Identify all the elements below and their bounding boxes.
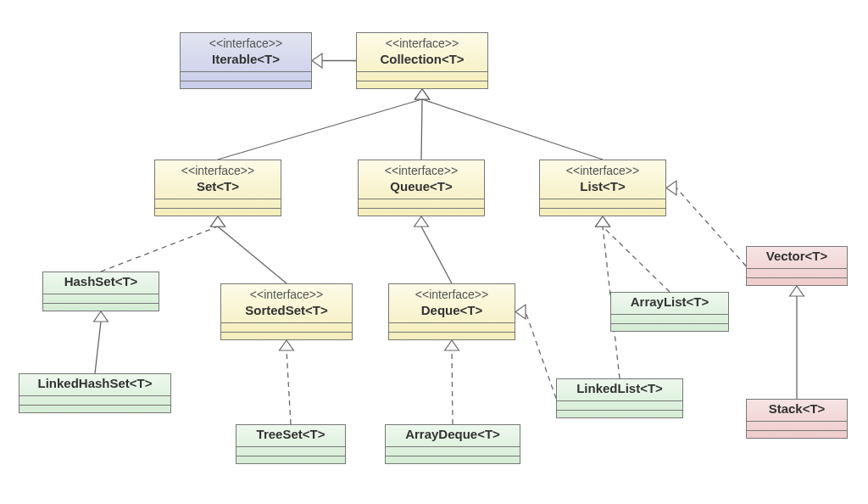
node-name: LinkedList<T> bbox=[557, 379, 682, 400]
compartment-separator bbox=[221, 332, 352, 339]
compartment-separator bbox=[236, 446, 345, 456]
compartment-separator bbox=[557, 400, 682, 410]
compartment-separator bbox=[386, 456, 520, 463]
node-vector: Vector<T> bbox=[746, 246, 848, 286]
compartment-separator bbox=[389, 322, 515, 332]
stereotype-label: <<interface>> bbox=[221, 284, 352, 301]
node-name: List<T> bbox=[540, 177, 665, 199]
node-name: Queue<T> bbox=[359, 177, 484, 199]
generalization-arrowhead bbox=[415, 89, 430, 99]
node-queue: <<interface>>Queue<T> bbox=[358, 160, 485, 216]
compartment-separator bbox=[540, 199, 665, 208]
compartment-separator bbox=[181, 81, 311, 88]
edge-vector-to-list bbox=[676, 188, 746, 266]
node-sortedset: <<interface>>SortedSet<T> bbox=[220, 283, 353, 340]
generalization-arrowhead bbox=[312, 53, 322, 68]
compartment-separator bbox=[540, 208, 665, 216]
node-set: <<interface>>Set<T> bbox=[154, 160, 281, 216]
node-name: Vector<T> bbox=[747, 247, 847, 268]
edge-sortedset-to-set bbox=[218, 227, 287, 283]
compartment-separator bbox=[155, 199, 281, 208]
compartment-separator bbox=[19, 395, 170, 405]
stereotype-label: <<interface>> bbox=[540, 160, 665, 177]
generalization-arrowhead bbox=[211, 216, 225, 227]
node-name: ArrayList<T> bbox=[611, 293, 728, 314]
compartment-separator bbox=[43, 294, 159, 303]
compartment-separator bbox=[747, 277, 847, 285]
node-linkedhashset: LinkedHashSet<T> bbox=[19, 373, 171, 413]
node-name: LinkedHashSet<T> bbox=[19, 374, 170, 395]
node-name: ArrayDeque<T> bbox=[386, 425, 520, 446]
compartment-separator bbox=[557, 410, 682, 417]
node-name: SortedSet<T> bbox=[221, 301, 352, 322]
generalization-arrowhead bbox=[596, 216, 610, 227]
edge-linkedhashset-to-hashset bbox=[95, 322, 101, 373]
compartment-separator bbox=[389, 332, 515, 339]
compartment-separator bbox=[357, 71, 487, 81]
generalization-arrowhead bbox=[415, 216, 429, 227]
stereotype-label: <<interface>> bbox=[359, 160, 484, 177]
generalization-arrowhead bbox=[515, 305, 526, 319]
node-name: TreeSet<T> bbox=[236, 425, 345, 446]
compartment-separator bbox=[747, 421, 847, 430]
edge-arraydeque-to-deque bbox=[452, 350, 453, 424]
compartment-separator bbox=[611, 314, 728, 323]
compartment-separator bbox=[359, 208, 484, 216]
node-name: Iterable<T> bbox=[181, 50, 311, 71]
compartment-separator bbox=[357, 81, 487, 88]
edge-hashset-to-set bbox=[101, 227, 218, 272]
edge-linkedlist-to-deque bbox=[526, 312, 556, 399]
edge-treeset-to-sortedset bbox=[287, 350, 291, 424]
stereotype-label: <<interface>> bbox=[389, 284, 515, 301]
edge-list-to-collection bbox=[422, 99, 603, 160]
node-name: Deque<T> bbox=[389, 301, 515, 322]
stereotype-label: <<interface>> bbox=[181, 33, 311, 50]
node-name: Collection<T> bbox=[357, 50, 487, 71]
generalization-arrowhead bbox=[666, 181, 676, 195]
generalization-arrowhead bbox=[415, 89, 430, 99]
node-list: <<interface>>List<T> bbox=[539, 160, 666, 216]
stereotype-label: <<interface>> bbox=[155, 160, 281, 177]
node-name: HashSet<T> bbox=[43, 272, 159, 294]
stereotype-label: <<interface>> bbox=[357, 33, 487, 50]
compartment-separator bbox=[181, 71, 311, 81]
edge-queue-to-collection bbox=[421, 99, 422, 160]
node-collection: <<interface>>Collection<T> bbox=[356, 32, 488, 89]
generalization-arrowhead bbox=[596, 216, 610, 227]
generalization-arrowhead bbox=[94, 311, 108, 322]
generalization-arrowhead bbox=[790, 286, 804, 296]
compartment-separator bbox=[611, 323, 728, 331]
edge-deque-to-queue bbox=[421, 227, 452, 283]
compartment-separator bbox=[43, 303, 159, 311]
compartment-separator bbox=[359, 199, 484, 208]
node-treeset: TreeSet<T> bbox=[236, 424, 346, 464]
node-arraylist: ArrayList<T> bbox=[610, 292, 729, 332]
node-hashset: HashSet<T> bbox=[42, 272, 159, 311]
edge-arraylist-to-list bbox=[603, 227, 670, 292]
generalization-arrowhead bbox=[211, 216, 225, 227]
compartment-separator bbox=[386, 446, 520, 456]
node-name: Set<T> bbox=[155, 177, 281, 199]
node-name: Stack<T> bbox=[747, 400, 847, 421]
compartment-separator bbox=[747, 430, 847, 438]
generalization-arrowhead bbox=[280, 340, 294, 350]
compartment-separator bbox=[155, 208, 281, 216]
compartment-separator bbox=[221, 322, 352, 332]
compartment-separator bbox=[236, 456, 345, 463]
compartment-separator bbox=[19, 405, 170, 412]
generalization-arrowhead bbox=[415, 89, 430, 99]
compartment-separator bbox=[747, 268, 847, 277]
node-deque: <<interface>>Deque<T> bbox=[388, 283, 515, 340]
node-arraydeque: ArrayDeque<T> bbox=[385, 424, 520, 464]
uml-diagram-canvas: <<interface>>Iterable<T><<interface>>Col… bbox=[0, 0, 868, 504]
node-linkedlist: LinkedList<T> bbox=[556, 378, 683, 418]
edge-set-to-collection bbox=[218, 99, 422, 160]
node-iterable: <<interface>>Iterable<T> bbox=[180, 32, 312, 89]
generalization-arrowhead bbox=[445, 340, 459, 350]
node-stack: Stack<T> bbox=[746, 399, 848, 439]
